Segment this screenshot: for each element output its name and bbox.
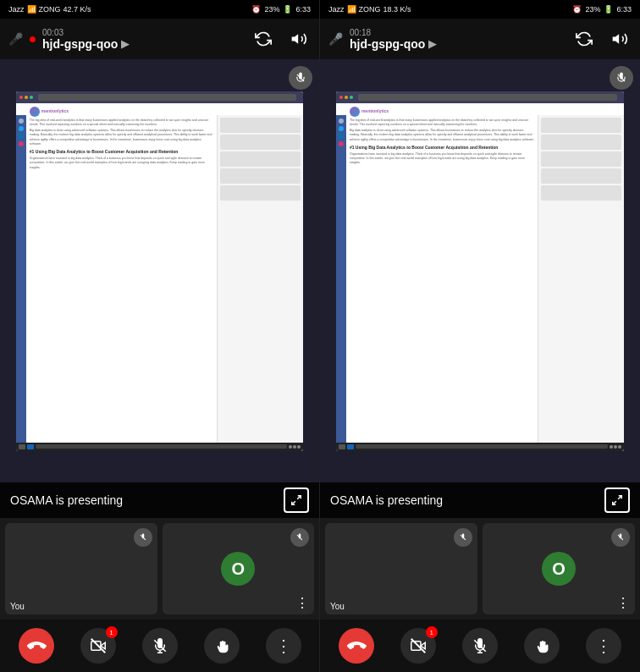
timer-value-right: 00:18: [350, 28, 371, 37]
end-call-btn-left[interactable]: [11, 620, 61, 670]
mic-btn-right[interactable]: [462, 628, 498, 664]
screen-mute-badge-left: [289, 66, 312, 90]
call-header-right: 🎤 00:18 hjd-gspg-qoo ▶: [320, 19, 640, 59]
o-more-right[interactable]: ⋮: [616, 595, 630, 611]
browser-logo-left: mentionlytics: [30, 107, 214, 117]
social-strip-right: [336, 115, 346, 451]
browser-url-left: [38, 94, 296, 101]
network-speed-left: 42.7 K/s: [63, 5, 91, 14]
mic-indicator-left: 🎤: [8, 32, 23, 46]
header-icons-right: [572, 27, 632, 51]
network-speed-right: 18.3 K/s: [383, 5, 411, 14]
browser-sidebar-left: [217, 115, 303, 451]
call-header-left: 🎤 00:03 hjd-gspg-qoo ▶: [0, 19, 319, 59]
rotate-camera-btn-right[interactable]: [572, 27, 596, 51]
signal-bars-left: 📶: [27, 5, 36, 14]
status-bar-right: Jazz 📶 ZONG 18.3 K/s ⏰ 23% 🔋 6:33: [320, 0, 640, 19]
status-left-right: Jazz 📶 ZONG 18.3 K/s: [328, 5, 411, 14]
you-name-right: You: [330, 602, 345, 611]
call-timer-right: 00:18: [350, 28, 566, 37]
alarm-icon-right: ⏰: [572, 5, 582, 14]
o-avatar-left: O: [221, 552, 255, 586]
presenting-bar-left: OSAMA is presenting: [0, 482, 319, 518]
battery-right: 23%: [585, 5, 600, 14]
rotate-camera-btn-left[interactable]: [251, 27, 275, 51]
control-bar-left: 1 ⋮: [0, 620, 319, 672]
call-id-right: hjd-gspg-qoo ▶: [350, 37, 566, 51]
browser-bar-right: [336, 91, 624, 103]
presenting-text-right: OSAMA is presenting: [330, 493, 443, 507]
expand-btn-right[interactable]: [604, 487, 630, 513]
left-panel: Jazz 📶 ZONG 42.7 K/s ⏰ 23% 🔋 6:33 🎤 00:0…: [0, 0, 320, 672]
more-btn-left[interactable]: ⋮: [266, 628, 301, 664]
participant-o-right: O ⋮: [483, 523, 635, 614]
screen-mute-badge-right: [610, 66, 633, 90]
volume-btn-left[interactable]: [287, 27, 311, 51]
expand-btn-left[interactable]: [284, 487, 309, 513]
browser-taskbar-left: [16, 443, 303, 451]
o-avatar-right: O: [542, 552, 576, 586]
status-left: Jazz 📶 ZONG 42.7 K/s: [8, 5, 91, 14]
screen-share-right: mentionlytics The big idea of real-world…: [320, 59, 640, 482]
call-info-right: 00:18 hjd-gspg-qoo ▶: [350, 28, 566, 51]
you-mute-right: [454, 528, 472, 547]
alarm-icon-left: ⏰: [251, 5, 261, 14]
volume-btn-right[interactable]: [608, 27, 632, 51]
status-right-right: ⏰ 23% 🔋 6:33: [572, 5, 632, 14]
participants-row-right: You O ⋮: [320, 518, 640, 620]
signal-bars-right: 📶: [347, 5, 356, 14]
browser-body-right: mentionlytics The big idea of real-world…: [346, 103, 538, 439]
o-more-left[interactable]: ⋮: [295, 595, 309, 611]
carrier-right: Jazz: [328, 5, 345, 14]
o-mute-left: [290, 528, 309, 547]
call-timer-left: 00:03: [42, 28, 245, 37]
shared-screen-right: mentionlytics The big idea of real-world…: [320, 59, 640, 482]
browser-sidebar-right: [538, 115, 624, 451]
chevron-icon-left: ▶: [121, 38, 129, 50]
battery-left: 23%: [264, 5, 279, 14]
browser-content-left: mentionlytics The big idea of real-world…: [16, 91, 303, 451]
you-mute-left: [134, 528, 152, 547]
participant-you-left: You: [5, 523, 157, 614]
presenting-text-left: OSAMA is presenting: [10, 493, 123, 507]
hand-btn-right[interactable]: [524, 628, 560, 664]
more-btn-right[interactable]: ⋮: [586, 628, 621, 664]
carrier-left: Jazz: [8, 5, 25, 14]
chevron-icon-right: ▶: [428, 38, 436, 50]
camera-off-btn-left[interactable]: 1: [80, 628, 116, 664]
shared-screen-left: mentionlytics The big idea of real-world…: [0, 59, 319, 482]
camera-off-btn-right[interactable]: 1: [400, 628, 436, 664]
mic-btn-left[interactable]: [142, 628, 178, 664]
call-id-left: hjd-gspg-qoo ▶: [42, 37, 245, 51]
call-info-left: 00:03 hjd-gspg-qoo ▶: [42, 28, 245, 51]
battery-icon-right: 🔋: [604, 5, 613, 14]
browser-taskbar-right: [336, 443, 624, 451]
right-panel: Jazz 📶 ZONG 18.3 K/s ⏰ 23% 🔋 6:33 🎤 00:1…: [320, 0, 640, 672]
browser-content-right: mentionlytics The big idea of real-world…: [336, 91, 624, 451]
social-strip-left: [16, 115, 26, 451]
call-id-value-right: hjd-gspg-qoo: [350, 37, 425, 51]
camera-badge-right: 1: [426, 626, 438, 638]
signal-carrier-left: ZONG: [39, 5, 61, 14]
end-call-btn-right[interactable]: [331, 620, 381, 670]
participant-you-right: You: [325, 523, 477, 614]
mic-indicator-right: 🎤: [328, 32, 343, 46]
hand-btn-left[interactable]: [204, 628, 240, 664]
control-bar-right: 1 ⋮: [320, 620, 640, 672]
time-right: 6:33: [616, 5, 632, 14]
camera-badge-left: 1: [106, 626, 118, 638]
browser-url-right: [358, 94, 617, 101]
browser-logo-right: mentionlytics: [350, 107, 534, 117]
o-mute-right: [611, 528, 630, 547]
presenting-bar-right: OSAMA is presenting: [320, 482, 640, 518]
recording-dot-left: [30, 36, 36, 42]
timer-value-left: 00:03: [42, 28, 63, 37]
battery-icon-left: 🔋: [283, 5, 292, 14]
participants-row-left: You O ⋮: [0, 518, 319, 620]
browser-bar-left: [16, 91, 303, 103]
status-right: ⏰ 23% 🔋 6:33: [251, 5, 311, 14]
header-icons-left: [251, 27, 311, 51]
screen-share-left: mentionlytics The big idea of real-world…: [0, 59, 319, 482]
time-left: 6:33: [295, 5, 311, 14]
browser-body-left: mentionlytics The big idea of real-world…: [26, 103, 218, 439]
